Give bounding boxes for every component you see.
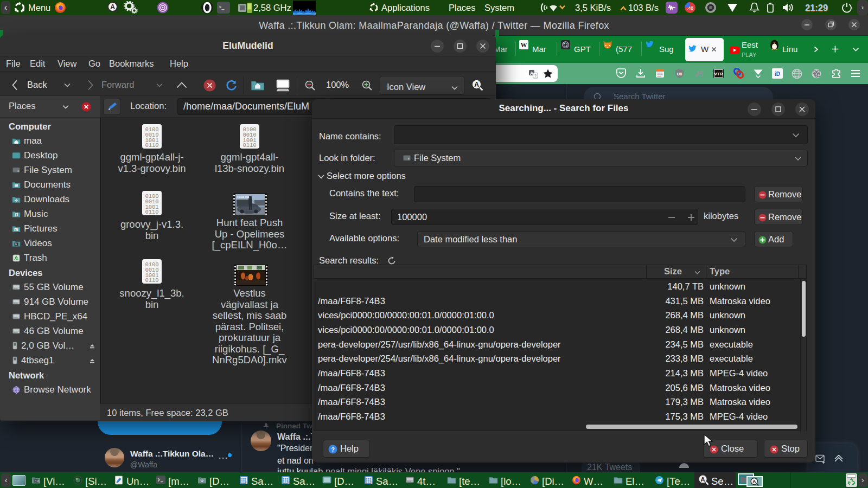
- svg-text:A: A: [701, 476, 705, 483]
- svg-text:iD: iD: [775, 71, 780, 77]
- svg-text:A: A: [752, 479, 756, 484]
- svg-text:A: A: [110, 3, 115, 11]
- svg-text:A: A: [474, 81, 479, 88]
- svg-text:Hüüd-mä: Hüüd-mä: [237, 195, 249, 198]
- svg-text:?: ?: [331, 446, 335, 453]
- svg-text:U0: U0: [677, 72, 682, 76]
- svg-text:0110: 0110: [145, 142, 158, 149]
- svg-text:?: ?: [534, 74, 537, 78]
- svg-text:VTR: VTR: [714, 72, 723, 76]
- svg-text:0110: 0110: [242, 142, 256, 149]
- svg-text:W: W: [521, 41, 527, 49]
- svg-text:0110: 0110: [145, 209, 158, 215]
- svg-text:.48: .48: [687, 5, 694, 11]
- svg-text:0110: 0110: [145, 277, 158, 284]
